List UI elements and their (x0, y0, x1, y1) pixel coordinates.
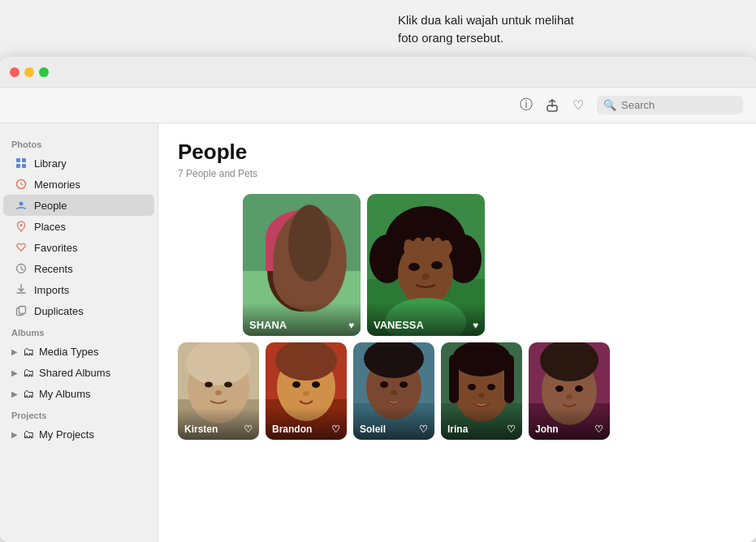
sidebar: Photos Library (0, 123, 158, 542)
person-card-soleil[interactable]: Soleil ♡ (353, 342, 434, 440)
sidebar-item-shared-albums[interactable]: ▶ 🗂 Shared Albums (3, 362, 154, 383)
svg-rect-28 (414, 238, 422, 257)
svg-point-6 (19, 202, 24, 206)
info-icon[interactable]: ⓘ (519, 98, 534, 113)
sidebar-item-imports-label: Imports (34, 284, 69, 296)
imports-icon (15, 283, 28, 296)
person-card-shana[interactable]: SHANA ♥ (243, 194, 361, 336)
svg-point-56 (391, 390, 397, 395)
svg-point-13 (267, 230, 335, 312)
svg-point-54 (380, 381, 388, 388)
svg-point-70 (555, 385, 564, 392)
svg-rect-15 (266, 239, 282, 271)
person-card-irina[interactable]: Irina ♡ (441, 342, 522, 440)
sidebar-item-memories[interactable]: Memories (3, 174, 154, 195)
my-projects-folder-icon: 🗂 (23, 428, 34, 441)
svg-point-18 (308, 265, 318, 272)
svg-point-33 (431, 261, 443, 269)
traffic-lights (10, 67, 49, 77)
svg-point-14 (266, 210, 337, 267)
people-icon (15, 199, 28, 212)
my-albums-folder-icon: 🗂 (23, 387, 34, 400)
people-row-1: SHANA ♥ (178, 194, 737, 336)
sidebar-item-favorites[interactable]: Favorites (3, 237, 154, 258)
shana-heart-icon[interactable]: ♥ (348, 320, 354, 331)
person-label-brandon: Brandon ♡ (266, 407, 347, 440)
share-icon[interactable] (545, 98, 559, 113)
sidebar-item-library-label: Library (34, 157, 67, 170)
brandon-name: Brandon (272, 424, 312, 435)
svg-point-7 (20, 224, 23, 226)
callout-tooltip: Klik dua kali wajah untuk melihat foto o… (382, 0, 756, 58)
person-label-irina: Irina ♡ (441, 407, 522, 440)
sidebar-item-people[interactable]: People (3, 195, 154, 216)
heart-toolbar-icon[interactable]: ♡ (571, 98, 585, 113)
svg-point-65 (478, 393, 485, 398)
search-input[interactable] (621, 99, 737, 111)
kirsten-name: Kirsten (184, 424, 218, 435)
close-button[interactable] (10, 67, 19, 77)
search-box[interactable]: 🔍 (597, 96, 743, 114)
svg-point-72 (566, 394, 572, 399)
sidebar-section-projects: Projects (0, 404, 158, 424)
page-title: People (178, 140, 737, 165)
brandon-heart-icon[interactable]: ♡ (331, 424, 340, 435)
soleil-heart-icon[interactable]: ♡ (419, 424, 428, 435)
sidebar-item-my-projects[interactable]: ▶ 🗂 My Projects (3, 424, 154, 445)
kirsten-heart-icon[interactable]: ♡ (244, 424, 253, 435)
person-card-vanessa[interactable]: VANESSA ♥ (367, 194, 485, 336)
search-icon: 🔍 (603, 99, 616, 111)
svg-point-16 (273, 241, 330, 309)
person-card-kirsten[interactable]: Kirsten ♡ (178, 342, 259, 440)
sidebar-item-places-label: Places (34, 221, 66, 233)
sidebar-section-albums: Albums (0, 321, 158, 341)
svg-rect-29 (424, 237, 432, 257)
sidebar-item-recents[interactable]: Recents (3, 258, 154, 279)
media-types-folder-icon: 🗂 (23, 345, 34, 358)
page-subtitle: 7 People and Pets (178, 168, 737, 179)
svg-point-40 (205, 382, 213, 388)
sidebar-section-photos: Photos (0, 133, 158, 153)
sidebar-item-memories-label: Memories (34, 179, 80, 191)
vanessa-name: VANESSA (374, 319, 424, 331)
sidebar-item-people-label: People (34, 200, 67, 212)
svg-rect-2 (22, 158, 26, 162)
shana-name: SHANA (249, 319, 287, 331)
maximize-button[interactable] (39, 67, 49, 77)
svg-point-48 (312, 381, 320, 388)
shared-albums-chevron: ▶ (11, 368, 18, 377)
callout-line2: foto orang tersebut. (398, 31, 503, 45)
sidebar-item-duplicates[interactable]: Duplicates (3, 300, 154, 321)
svg-rect-10 (19, 307, 26, 314)
svg-point-32 (408, 263, 420, 271)
person-card-brandon[interactable]: Brandon ♡ (266, 342, 347, 440)
irina-heart-icon[interactable]: ♡ (507, 424, 516, 435)
svg-point-47 (292, 381, 300, 388)
svg-point-41 (224, 382, 232, 388)
person-label-kirsten: Kirsten ♡ (178, 407, 259, 440)
person-label-shana: SHANA ♥ (243, 303, 361, 336)
minimize-button[interactable] (24, 67, 34, 77)
titlebar (0, 57, 756, 88)
sidebar-item-places[interactable]: Places (3, 216, 154, 237)
library-icon (15, 157, 28, 170)
vanessa-heart-icon[interactable]: ♥ (473, 320, 478, 331)
sidebar-item-my-projects-label: My Projects (39, 428, 94, 441)
app-body: Photos Library (0, 123, 756, 542)
svg-rect-1 (16, 158, 20, 162)
svg-point-34 (421, 273, 430, 280)
svg-point-63 (468, 384, 476, 390)
sidebar-item-shared-albums-label: Shared Albums (39, 367, 110, 379)
sidebar-item-media-types[interactable]: ▶ 🗂 Media Types (3, 341, 154, 362)
svg-point-17 (285, 265, 295, 272)
john-name: John (535, 424, 559, 435)
sidebar-item-imports[interactable]: Imports (3, 279, 154, 300)
person-card-john[interactable]: John ♡ (529, 342, 610, 440)
media-types-chevron: ▶ (11, 347, 18, 356)
sidebar-item-library[interactable]: Library (3, 153, 154, 174)
svg-rect-31 (443, 240, 450, 256)
john-heart-icon[interactable]: ♡ (594, 424, 603, 435)
svg-point-19 (297, 275, 305, 282)
sidebar-item-my-albums[interactable]: ▶ 🗂 My Albums (3, 383, 154, 404)
shared-albums-folder-icon: 🗂 (23, 366, 34, 379)
